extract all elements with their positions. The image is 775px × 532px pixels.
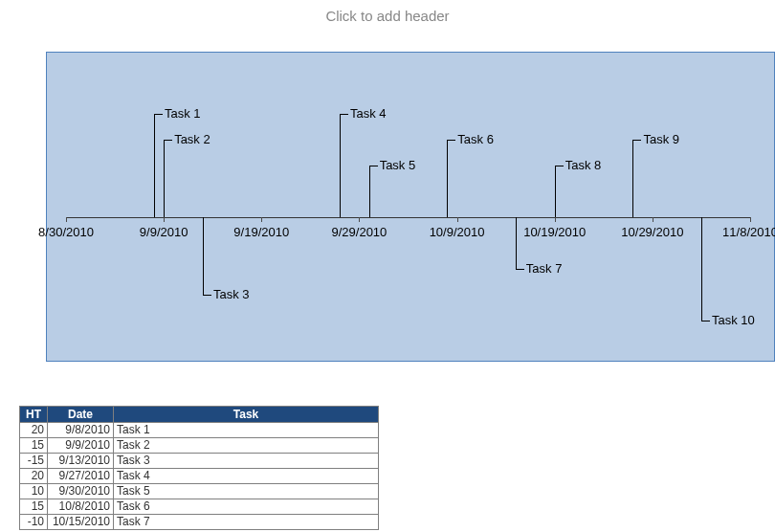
data-table[interactable]: HT Date Task 209/8/2010Task 1159/9/2010T… <box>19 406 379 530</box>
axis-tick-label: 9/9/2010 <box>140 225 188 239</box>
cell-date[interactable]: 9/30/2010 <box>48 484 114 499</box>
timeline-marker-cap <box>203 295 211 296</box>
table-row[interactable]: -159/13/2010Task 3 <box>20 454 379 469</box>
timeline-marker <box>340 114 341 217</box>
table-row[interactable]: 1510/8/2010Task 6 <box>20 499 379 515</box>
timeline-marker-cap <box>447 140 455 141</box>
timeline-marker-label: Task 9 <box>643 132 679 146</box>
timeline-marker-cap <box>369 166 378 166</box>
timeline-marker <box>164 140 165 217</box>
col-task: Task <box>114 407 379 423</box>
timeline-marker <box>555 166 556 217</box>
timeline-marker-label: Task 6 <box>457 132 494 146</box>
timeline-marker-cap <box>555 166 564 166</box>
table-row[interactable]: -1010/15/2010Task 7 <box>20 515 379 530</box>
cell-date[interactable]: 9/27/2010 <box>48 469 114 484</box>
cell-ht[interactable]: -15 <box>20 454 48 469</box>
timeline-marker <box>701 217 702 321</box>
timeline-marker-label: Task 8 <box>565 158 602 172</box>
timeline-marker-cap <box>164 140 172 141</box>
axis-tick <box>359 217 360 222</box>
timeline-marker-label: Task 10 <box>712 313 755 327</box>
timeline-marker-label: Task 7 <box>526 261 563 276</box>
timeline-marker <box>369 166 370 217</box>
cell-ht[interactable]: 10 <box>20 484 48 499</box>
timeline-marker-label: Task 3 <box>213 287 250 301</box>
timeline-marker-label: Task 2 <box>174 132 210 146</box>
axis-tick <box>750 217 751 222</box>
timeline-chart[interactable]: 8/30/20109/9/20109/19/20109/29/201010/9/… <box>46 52 775 362</box>
timeline-marker <box>447 140 448 217</box>
timeline-marker <box>516 217 517 269</box>
cell-date[interactable]: 9/13/2010 <box>48 454 114 469</box>
timeline-marker <box>203 217 204 295</box>
cell-ht[interactable]: 20 <box>20 469 48 484</box>
axis-tick <box>164 217 165 222</box>
cell-task[interactable]: Task 7 <box>114 515 379 530</box>
axis-tick-label: 10/9/2010 <box>430 225 485 239</box>
axis-tick <box>261 217 262 222</box>
cell-task[interactable]: Task 6 <box>114 499 379 515</box>
cell-task[interactable]: Task 4 <box>114 469 379 484</box>
timeline-marker-cap <box>154 114 163 115</box>
timeline-marker-cap <box>516 269 524 270</box>
timeline-marker-cap <box>701 321 710 321</box>
axis-tick <box>555 217 556 222</box>
col-date: Date <box>48 407 114 423</box>
cell-task[interactable]: Task 5 <box>114 484 379 499</box>
axis-tick-label: 11/8/2010 <box>722 225 775 239</box>
table-row[interactable]: 209/8/2010Task 1 <box>20 423 379 438</box>
axis-tick-label: 8/30/2010 <box>38 225 94 239</box>
x-axis <box>66 217 750 218</box>
timeline-marker-label: Task 1 <box>165 106 201 121</box>
cell-date[interactable]: 10/15/2010 <box>48 515 114 530</box>
cell-task[interactable]: Task 3 <box>114 454 379 469</box>
axis-tick-label: 9/19/2010 <box>233 225 289 239</box>
axis-tick <box>457 217 458 222</box>
timeline-marker-cap <box>632 140 641 141</box>
axis-tick <box>653 217 653 222</box>
timeline-marker <box>632 140 633 217</box>
cell-task[interactable]: Task 2 <box>114 438 379 454</box>
cell-ht[interactable]: -10 <box>20 515 48 530</box>
cell-date[interactable]: 10/8/2010 <box>48 499 114 515</box>
cell-ht[interactable]: 15 <box>20 499 48 515</box>
cell-ht[interactable]: 15 <box>20 438 48 454</box>
axis-tick-label: 10/19/2010 <box>523 225 586 239</box>
cell-date[interactable]: 9/8/2010 <box>48 423 114 438</box>
cell-date[interactable]: 9/9/2010 <box>48 438 114 454</box>
timeline-marker-label: Task 5 <box>380 158 416 172</box>
col-ht: HT <box>20 407 48 423</box>
timeline-marker <box>154 114 155 217</box>
page-header-placeholder[interactable]: Click to add header <box>0 0 775 33</box>
timeline-marker-label: Task 4 <box>350 106 387 121</box>
axis-tick-label: 10/29/2010 <box>621 225 683 239</box>
timeline-marker-cap <box>340 114 348 115</box>
cell-ht[interactable]: 20 <box>20 423 48 438</box>
table-header-row: HT Date Task <box>20 407 379 423</box>
axis-tick-label: 9/29/2010 <box>332 225 388 239</box>
axis-tick <box>66 217 67 222</box>
table-row[interactable]: 109/30/2010Task 5 <box>20 484 379 499</box>
table-row[interactable]: 159/9/2010Task 2 <box>20 438 379 454</box>
table-row[interactable]: 209/27/2010Task 4 <box>20 469 379 484</box>
cell-task[interactable]: Task 1 <box>114 423 379 438</box>
